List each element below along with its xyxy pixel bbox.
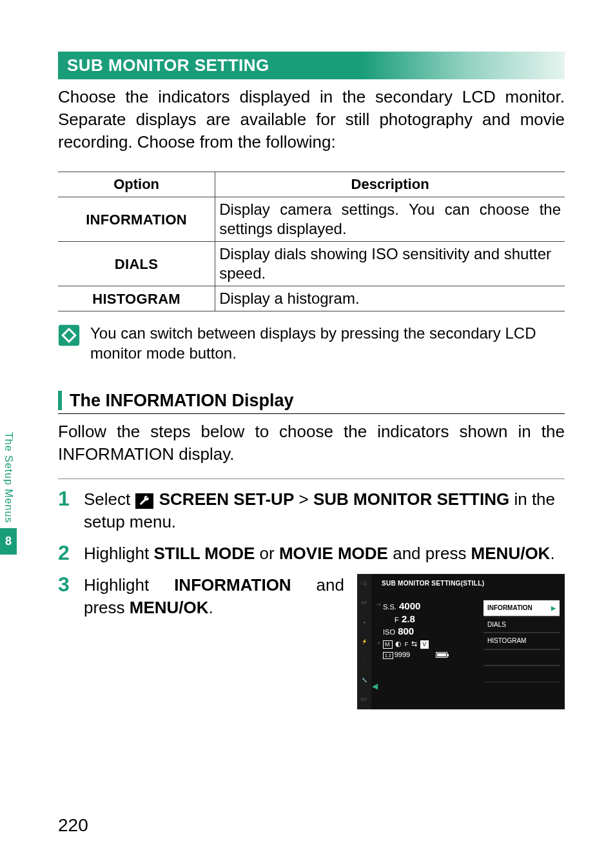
camera-side-tabs: I.Q. AF ● ⚡ ⋮ 🔧 MY [357,574,371,709]
step2-movie: MOVIE MODE [279,544,388,563]
note-text: You can switch between displays by press… [90,323,565,363]
cam-tab-iq: I.Q. [360,580,367,586]
step-2: 2 Highlight STILL MODE or MOVIE MODE and… [58,542,565,565]
step2-still: STILL MODE [153,544,255,563]
step2-dot: . [550,544,554,563]
step2-a: Highlight [84,544,153,563]
step3-a: Highlight [84,575,174,595]
iso-label: ISO [383,628,395,636]
shots-remaining: 9999 [395,651,410,658]
step-number-2: 2 [58,542,73,565]
step2-menuok: MENU/OK [471,544,551,563]
page-number: 220 [58,815,88,836]
camera-menu-blank-1 [483,649,560,666]
cam-tab-mf: ● [363,619,366,625]
option-information: INFORMATION [58,197,215,242]
desc-histogram: Display a histogram. [215,286,565,311]
sd-icon: 1 2 [383,652,393,659]
step2-or: or [260,544,279,563]
f-label: F [395,616,399,624]
ss-value: 4000 [399,600,420,611]
step-number-3: 3 [58,574,73,709]
th-option: Option [58,172,215,197]
camera-menu-list: INFORMATION ▶ DIALS HISTOGRAM [483,600,560,682]
cam-tab-wrench: 🔧 [362,677,367,683]
cam-tab-set: ⋮ [362,658,367,664]
cam-tab-af: AF [362,600,367,606]
camera-menu-information: INFORMATION ▶ [483,600,560,616]
camera-info-preview: +3·····-3 S.S. 4000 F 2.8 ISO 800 M ◐ F … [383,600,473,659]
step-3: 3 Highlight INFORMATION and press MENU/O… [58,574,565,709]
cam-tab-flash: ⚡ [362,638,367,644]
camera-menu-information-label: INFORMATION [487,604,532,613]
side-section-label: The Setup Menus [3,432,14,528]
step-number-1: 1 [58,488,73,533]
option-histogram: HISTOGRAM [58,286,215,311]
th-description: Description [215,172,565,197]
desc-dials: Display dials showing ISO sensitivity an… [215,242,565,286]
camera-title: SUB MONITOR SETTING(STILL) [382,579,484,588]
intro-paragraph: Choose the indicators displayed in the s… [58,86,565,153]
battery-icon [436,652,447,658]
options-table: Option Description INFORMATION Display c… [58,172,565,311]
side-chapter-number: 8 [0,528,17,555]
camera-menu-histogram: HISTOGRAM [483,633,560,649]
camera-screenshot: I.Q. AF ● ⚡ ⋮ 🔧 MY ◀ SUB MONITOR SETTING… [357,574,565,709]
subhead-accent-bar [58,391,62,410]
note-icon [58,324,80,346]
step3-menuok: MENU/OK [130,598,209,617]
cam-left-arrow-icon: ◀ [372,681,378,691]
steps-top-rule [58,478,565,479]
chevron-right-icon: ▶ [551,604,556,612]
exposure-scale-icon: +3·····-3 [376,602,381,645]
step1-screen-setup: SCREEN SET-UP [159,489,295,509]
ss-label: S.S. [383,603,396,611]
section-header: SUB MONITOR SETTING [58,52,565,79]
step1-part-a: Select [84,489,135,509]
camera-menu-blank-2 [483,666,560,682]
iso-value: 800 [398,626,414,636]
option-dials: DIALS [58,242,215,286]
step1-gt: > [298,489,313,509]
step2-press: and press [393,544,471,563]
desc-information: Display camera settings. You can choose … [215,197,565,242]
cam-tab-my: MY [361,696,368,702]
wrench-icon [135,493,153,509]
f-value: 2.8 [402,613,415,624]
follow-text: Follow the steps below to choose the ind… [58,420,565,466]
subheading: The INFORMATION Display [70,391,294,411]
step3-dot: . [209,598,213,617]
step-1: 1 Select SCREEN SET-UP > SUB MONITOR SET… [58,488,565,533]
camera-menu-dials: DIALS [483,616,560,633]
step1-sub-monitor: SUB MONITOR SETTING [313,489,509,509]
camera-mode-icons: M ◐ F ⇆ V [383,639,473,649]
side-tab: The Setup Menus 8 [0,432,17,555]
step3-information: INFORMATION [174,575,291,595]
subhead-rule [58,413,565,414]
